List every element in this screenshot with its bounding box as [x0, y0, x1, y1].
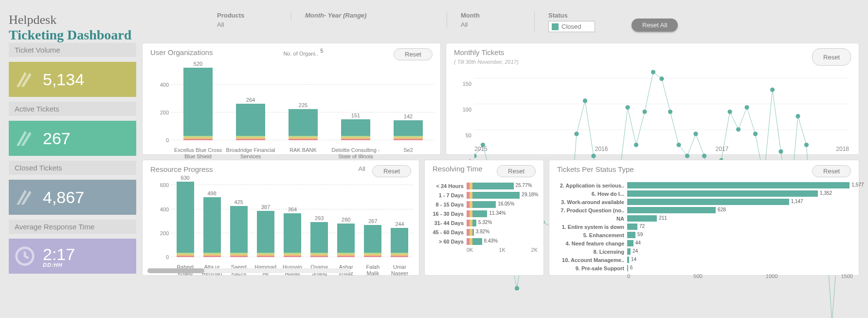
card-user-organizations: User Organizations No. of Organi.. 5 Res…: [142, 43, 441, 155]
filter-status-value: Closed: [561, 23, 581, 30]
filter-status[interactable]: Status Closed: [534, 12, 632, 32]
userorg-dim-count: 5: [320, 48, 323, 54]
title-line1: Helpdesk: [9, 13, 203, 27]
svg-point-28: [702, 154, 706, 158]
kpi-ticket-volume: 5,134: [9, 62, 136, 97]
ticket-icon: [14, 127, 36, 150]
resprog-reset-button[interactable]: Reset: [372, 165, 411, 177]
card-userorg-title: User Organizations: [150, 48, 213, 60]
resolving-xaxis: 0K1K2K: [425, 246, 543, 253]
filter-month[interactable]: Month All: [447, 12, 534, 28]
card-resolving-time: Resolving Time Reset < 24 Hours25.77%1 -…: [424, 160, 544, 276]
svg-point-21: [642, 110, 647, 114]
monthly-subtitle: ( Till 30th November, 2017): [454, 59, 519, 65]
ticket-icon: [14, 186, 36, 208]
status-color-swatch: [552, 23, 559, 30]
ticket-icon: [14, 68, 36, 91]
svg-point-13: [574, 131, 579, 136]
userorg-chart[interactable]: 0200400520264225151142Excellus Blue Cros…: [143, 62, 440, 160]
svg-point-14: [583, 98, 587, 103]
status-title: Tickets Per Status Type: [557, 165, 634, 177]
card-resource-progress: Resource Progress All Reset 020040060063…: [142, 160, 419, 276]
card-monthly-tickets: Monthly Tickets ( Till 30th November, 20…: [446, 43, 859, 155]
kpi-avg-value: 2:17: [43, 245, 75, 264]
status-xaxis: 050010001500: [549, 272, 859, 279]
svg-point-26: [685, 154, 689, 158]
svg-point-15: [591, 154, 596, 158]
kpi-ticket-volume-label: Ticket Volume: [9, 43, 136, 57]
kpi-active-value: 267: [43, 129, 71, 148]
status-reset-button[interactable]: Reset: [812, 165, 851, 177]
monthly-reset-button[interactable]: Reset: [812, 48, 851, 66]
filter-products-label: Products: [217, 12, 277, 19]
status-chart[interactable]: 2. Application is serious..1,5776. How d…: [549, 179, 859, 272]
filter-status-label: Status: [548, 12, 618, 19]
monthly-xaxis: 2015201620172018: [474, 146, 849, 152]
svg-point-24: [668, 110, 672, 114]
kpi-closed: 4,867: [9, 180, 136, 215]
svg-point-27: [693, 131, 698, 136]
svg-point-33: [744, 105, 749, 110]
kpi-closed-label: Closed Tickets: [9, 161, 136, 175]
kpi-closed-value: 4,867: [43, 188, 84, 207]
filter-month-value: All: [461, 21, 521, 28]
clock-icon: [14, 245, 36, 267]
svg-point-6: [515, 286, 519, 290]
card-status-type: Tickets Per Status Type Reset 2. Applica…: [549, 160, 859, 276]
svg-point-23: [659, 76, 664, 81]
svg-point-39: [796, 114, 800, 118]
kpi-column: Ticket Volume 5,134 Active Tickets 267 C…: [9, 43, 136, 316]
monthly-chart[interactable]: 050100150: [474, 68, 849, 155]
userorg-dim-label: No. of Organi..: [283, 51, 318, 56]
svg-point-36: [770, 88, 775, 92]
resolving-reset-button[interactable]: Reset: [497, 165, 536, 177]
resprog-filter[interactable]: All: [359, 165, 365, 172]
svg-point-31: [727, 110, 732, 114]
title-line2: Ticketing Dashboard: [9, 27, 203, 43]
kpi-avg: 2:17 DD:HH: [9, 239, 136, 274]
userorg-reset-button[interactable]: Reset: [394, 48, 433, 60]
resolving-chart[interactable]: < 24 Hours25.77%1 - 7 Days29.18%8 - 15 D…: [425, 179, 543, 246]
monthly-title: Monthly Tickets: [454, 48, 504, 56]
svg-point-34: [753, 131, 758, 136]
kpi-avg-label: Average Response Time: [9, 220, 136, 234]
reset-all-button[interactable]: Reset All: [632, 19, 678, 32]
svg-point-22: [651, 70, 655, 74]
kpi-active-label: Active Tickets: [9, 102, 136, 116]
svg-point-19: [625, 105, 630, 110]
filter-month-label: Month: [461, 12, 521, 19]
resolving-title: Resolving Time: [433, 165, 483, 177]
svg-point-1: [474, 154, 477, 158]
filter-monthyear-label: Month- Year (Range): [305, 12, 433, 19]
svg-point-32: [736, 127, 741, 131]
resprog-chart[interactable]: 0200400600630498425387364293280267244Rah…: [143, 179, 419, 277]
filter-products-value: All: [217, 21, 277, 28]
filter-status-select[interactable]: Closed: [548, 21, 595, 32]
filter-monthyear[interactable]: Month- Year (Range): [291, 12, 447, 21]
kpi-ticket-volume-value: 5,134: [43, 70, 84, 89]
resprog-scrollbar[interactable]: [147, 268, 351, 273]
dashboard-title: Helpdesk Ticketing Dashboard: [9, 5, 203, 43]
filter-products[interactable]: Products All: [203, 12, 291, 28]
kpi-active: 267: [9, 121, 136, 156]
